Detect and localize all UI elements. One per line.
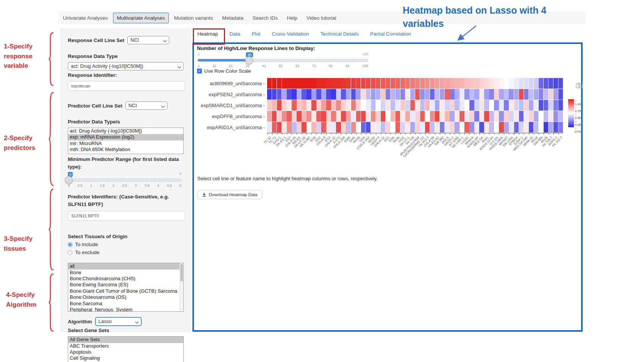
heatmap-cell[interactable] — [361, 89, 366, 100]
heatmap-row-label-act609699-unisarcoma[interactable]: act609699_uniSarcoma - — [197, 81, 265, 86]
tab-technical-details[interactable]: Technical Details — [320, 31, 359, 37]
heatmap-cell[interactable] — [440, 122, 444, 133]
heatmap-cell[interactable] — [499, 100, 503, 111]
heatmap-row-label-expsmarcd1-unisarcoma[interactable]: expSMARCD1_uniSarcoma - — [197, 103, 265, 108]
heatmap-cell[interactable] — [366, 122, 370, 133]
tab-cross-validation[interactable]: Cross-Validation — [272, 31, 309, 37]
heatmap-cell[interactable] — [425, 122, 430, 133]
heatmap-cell[interactable] — [435, 89, 439, 100]
heatmap-row-label-exppsen2-unisarcoma[interactable]: expPSEN2_uniSarcoma - — [197, 92, 265, 97]
predictor-data-types-listbox[interactable]: act: Drug Activity (-log10[IC50M])exp: m… — [68, 128, 184, 154]
listbox-option-bone-osteosarcoma-os[interactable]: Bone:Osteosarcoma (OS) — [68, 294, 183, 300]
heatmap-cell[interactable] — [277, 122, 281, 133]
heatmap-cell[interactable] — [474, 78, 479, 89]
heatmap-cell[interactable] — [282, 111, 286, 122]
heatmap-cell[interactable] — [356, 122, 361, 133]
heatmap-cell[interactable] — [331, 78, 336, 89]
heatmap-cell[interactable] — [539, 89, 543, 100]
heatmap-cell[interactable] — [297, 78, 301, 89]
heatmap-cell[interactable] — [445, 89, 449, 100]
heatmap-cell[interactable] — [400, 100, 405, 111]
nav-item-search-ids[interactable]: Search IDs — [248, 12, 282, 23]
heatmap-cell[interactable] — [282, 100, 286, 111]
heatmap-cell[interactable] — [346, 122, 350, 133]
heatmap-cell[interactable] — [509, 100, 513, 111]
heatmap-cell[interactable] — [376, 100, 380, 111]
heatmap-cell[interactable] — [534, 111, 538, 122]
heatmap-cell[interactable] — [539, 111, 543, 122]
heatmap-cell[interactable] — [529, 100, 533, 111]
heatmap-cell[interactable] — [469, 111, 474, 122]
heatmap-cell[interactable] — [524, 100, 528, 111]
heatmap-cell[interactable] — [504, 100, 508, 111]
heatmap-cell[interactable] — [351, 111, 356, 122]
nav-item-help[interactable]: Help — [283, 12, 302, 23]
heatmap-cell[interactable] — [395, 100, 400, 111]
heatmap-cell[interactable] — [316, 100, 321, 111]
heatmap-cell[interactable] — [504, 78, 508, 89]
heatmap-cell[interactable] — [529, 122, 533, 133]
heatmap-cell[interactable] — [395, 89, 400, 100]
heatmap-cell[interactable] — [494, 122, 499, 133]
heatmap-cell[interactable] — [326, 111, 331, 122]
heatmap-cell[interactable] — [306, 111, 311, 122]
heatmap-cell[interactable] — [450, 78, 454, 89]
heatmap-cell[interactable] — [336, 122, 341, 133]
heatmap-cell[interactable] — [267, 111, 272, 122]
tissue-listbox[interactable]: allBoneBone:Chondrosarcoma (CHS)Bone:Ewi… — [68, 263, 184, 312]
heatmap-cell[interactable] — [469, 78, 474, 89]
algorithm-select[interactable]: Lasso — [95, 317, 142, 326]
heatmap-cell[interactable] — [292, 111, 296, 122]
heatmap-cell[interactable] — [376, 122, 380, 133]
heatmap-cell[interactable] — [410, 111, 415, 122]
heatmap-cell[interactable] — [311, 100, 316, 111]
row-color-scale-checkbox[interactable]: ✓ Use Row Color Scale — [197, 68, 251, 74]
heatmap-cell[interactable] — [445, 111, 449, 122]
heatmap-cell[interactable] — [366, 89, 370, 100]
heatmap-cell[interactable] — [519, 122, 524, 133]
heatmap-cell[interactable] — [302, 100, 306, 111]
listbox-option-bone-giant-cell-tumor-of-bone-gctb-sarcoma[interactable]: Bone:Giant Cell Tumor of Bone (GCTB) Sar… — [68, 288, 183, 294]
heatmap-cell[interactable] — [351, 100, 356, 111]
heatmap-cell[interactable] — [386, 122, 390, 133]
heatmap-cell[interactable] — [474, 111, 479, 122]
heatmap-cell[interactable] — [445, 122, 449, 133]
slider-handle[interactable] — [65, 176, 73, 184]
response-data-type-select[interactable]: act: Drug Activity (-log10[IC50M]) — [68, 62, 184, 70]
listbox-option-peripheral-nervous-system[interactable]: Peripheral_Nervous_System — [68, 307, 183, 312]
heatmap-cell[interactable] — [405, 111, 410, 122]
heatmap-cell[interactable] — [386, 78, 390, 89]
heatmap-cell[interactable] — [514, 78, 519, 89]
heatmap-cell[interactable] — [474, 122, 479, 133]
heatmap-cell[interactable] — [386, 100, 390, 111]
heatmap-cell[interactable] — [509, 78, 513, 89]
heatmap-cell[interactable] — [494, 100, 499, 111]
heatmap-cell[interactable] — [405, 78, 410, 89]
listbox-option-bone-ewing-sarcoma-es[interactable]: Bone:Ewing Sarcoma (ES) — [68, 282, 183, 288]
listbox-option-apoptosis[interactable]: Apoptosis — [68, 349, 183, 355]
heatmap-cell[interactable] — [558, 111, 563, 122]
heatmap-cell[interactable] — [514, 100, 519, 111]
heatmap-cell[interactable] — [351, 122, 356, 133]
heatmap-cell[interactable] — [450, 111, 454, 122]
heatmap-cell[interactable] — [464, 111, 469, 122]
heatmap-cell[interactable] — [316, 89, 321, 100]
tissue-include-radio[interactable]: To include — [68, 242, 183, 247]
heatmap-cell[interactable] — [479, 78, 484, 89]
heatmap-cell[interactable] — [430, 100, 435, 111]
heatmap-cell[interactable] — [544, 78, 548, 89]
heatmap-cell[interactable] — [321, 78, 326, 89]
heatmap-cell[interactable] — [297, 89, 301, 100]
heatmap-cell[interactable] — [277, 111, 281, 122]
response-identifier-input[interactable]: topotecan — [68, 81, 185, 91]
heatmap-cell[interactable] — [460, 111, 464, 122]
heatmap-cell[interactable] — [415, 89, 420, 100]
listbox-option-exp-mrna-expression-log2[interactable]: exp: mRNA Expression (log2) — [68, 134, 183, 140]
heatmap-cell[interactable] — [321, 122, 326, 133]
heatmap-cell[interactable] — [494, 89, 499, 100]
heatmap-cell[interactable] — [356, 89, 361, 100]
tab-plot[interactable]: Plot — [252, 31, 260, 37]
heatmap-cell[interactable] — [435, 111, 439, 122]
heatmap-cell[interactable] — [282, 89, 286, 100]
heatmap-cell[interactable] — [420, 89, 425, 100]
